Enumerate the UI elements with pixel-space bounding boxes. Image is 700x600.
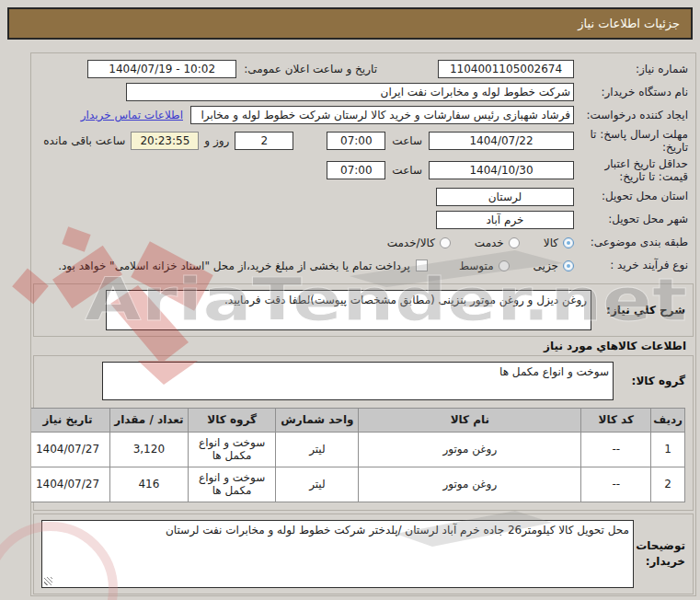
tender-details-page: جزئیات اطلاعات نیاز شماره نیاز: 11040011… xyxy=(0,0,700,600)
cell-name: روغن موتور xyxy=(359,432,581,467)
buyer-org-field[interactable]: شرکت خطوط لوله و مخابرات نفت ایران xyxy=(126,83,574,101)
radio-medium[interactable] xyxy=(499,260,510,271)
cell-date: 1404/07/27 xyxy=(30,467,109,502)
description-label: شرح کلي نیاز: xyxy=(591,304,685,317)
days-remaining-field: 2 xyxy=(235,132,293,150)
deadline-time-field[interactable]: 07:00 xyxy=(327,132,385,150)
province-field[interactable]: لرستان xyxy=(436,188,574,206)
radio-goods-label: کالا xyxy=(544,237,558,249)
buyer-notes-label: توضیحات خریدار: xyxy=(634,538,685,568)
creator-label: ایجاد کننده درخواست: xyxy=(574,109,688,121)
general-info-section: شماره نیاز: 1104001105002674 تاریخ و ساع… xyxy=(31,53,695,281)
cell-unit: لیتر xyxy=(276,467,359,502)
goods-section: گروه کالا: سوخت و انواع مکمل ها ردیف کد … xyxy=(33,355,694,511)
classification-label: طبقه بندی موضوعی: xyxy=(574,236,688,248)
goods-group-label: گروه کالا: xyxy=(614,375,685,387)
row-city: شهر محل تحویل: خرم آباد xyxy=(35,210,688,230)
buyer-notes-text: محل تحویل کالا کیلومتر26 جاده خرم آباد ل… xyxy=(46,523,629,537)
row-classification: طبقه بندی موضوعی: کالا خدمت کالا/خدمت xyxy=(35,233,688,253)
buyer-notes-section: توضیحات خریدار: محل تحویل کالا کیلومتر26… xyxy=(33,513,694,594)
buyer-notes-textarea[interactable]: محل تحویل کالا کیلومتر26 جاده خرم آباد ل… xyxy=(41,520,634,588)
row-goods-group: گروه کالا: سوخت و انواع مکمل ها xyxy=(41,362,685,400)
col-date: تاریخ نیاز xyxy=(30,408,109,432)
row-creator: ایجاد کننده درخواست: فرشاد شهبازی رئیس س… xyxy=(35,105,688,125)
description-section: شرح کلي نیاز: روغن دیزل و روغن موتور بنز… xyxy=(33,283,694,337)
cell-code: -- xyxy=(581,467,651,502)
goods-section-heading: اطلاعات کالاهاي مورد نیاز xyxy=(40,340,686,352)
details-panel: شماره نیاز: 1104001105002674 تاریخ و ساع… xyxy=(30,52,696,596)
countdown-timer: 20:23:55 xyxy=(131,132,199,150)
page-title: جزئیات اطلاعات نیاز xyxy=(7,7,693,40)
deadline-date-field[interactable]: 1404/07/22 xyxy=(429,132,574,150)
remaining-label: ساعت باقی مانده xyxy=(43,134,125,147)
row-price-validity: حداقل تاریخ اعتبار قیمت: تا تاریخ: 1404/… xyxy=(35,157,688,184)
radio-medium-label: متوسط xyxy=(459,260,494,272)
radio-goods-service[interactable] xyxy=(440,237,451,248)
treasury-checkbox[interactable] xyxy=(416,260,428,271)
col-group: گروه کالا xyxy=(188,408,276,432)
cell-code: -- xyxy=(581,432,651,467)
radio-service-label: خدمت xyxy=(475,237,504,249)
cell-group: سوخت و انواع مکمل ها xyxy=(188,467,276,502)
radio-goods[interactable] xyxy=(563,237,574,248)
creator-field[interactable]: فرشاد شهبازی رئیس سفارشات و خرید کالا لر… xyxy=(190,106,574,124)
row-buyer-org: نام دستگاه خریدار: شرکت خطوط لوله و مخاب… xyxy=(35,82,688,102)
cell-row: 2 xyxy=(651,467,685,502)
cell-unit: لیتر xyxy=(276,432,359,467)
resize-grip[interactable] xyxy=(44,577,52,585)
buyer-org-label: نام دستگاه خریدار: xyxy=(574,86,688,98)
radio-service[interactable] xyxy=(509,237,520,248)
goods-group-textarea[interactable]: سوخت و انواع مکمل ها xyxy=(102,362,614,400)
announce-datetime-field[interactable]: 1404/07/19 - 10:02 xyxy=(87,60,236,78)
province-label: استان محل تحویل: xyxy=(574,190,688,202)
description-textarea[interactable]: روغن دیزل و روغن موتور بنزینی (مطابق مشخ… xyxy=(106,290,591,330)
col-unit: واحد شمارش xyxy=(276,408,359,432)
col-code: کد کالا xyxy=(581,408,651,432)
cell-row: 1 xyxy=(651,432,685,467)
days-label: روز و xyxy=(204,134,229,147)
radio-partial-label: جزیی xyxy=(534,260,558,272)
cell-name: روغن موتور xyxy=(359,467,581,502)
announce-label: تاریخ و ساعت اعلان عمومی: xyxy=(244,63,377,75)
col-name: نام کالا xyxy=(359,408,581,432)
row-province: استان محل تحویل: لرستان xyxy=(35,187,688,207)
need-number-label: شماره نیاز: xyxy=(574,63,688,75)
city-label: شهر محل تحویل: xyxy=(574,213,688,225)
deadline-label: مهلت ارسال پاسخ: تا تاریخ: xyxy=(574,128,688,155)
validity-label: حداقل تاریخ اعتبار قیمت: تا تاریخ: xyxy=(574,157,688,184)
cell-date: 1404/07/27 xyxy=(30,432,109,467)
treasury-note: پرداخت تمام یا بخشی از مبلغ خرید،از محل … xyxy=(58,260,410,272)
row-process-type: نوع فرآیند خرید : جزیی متوسط پرداخت تمام… xyxy=(35,256,688,276)
goods-table-header-row: ردیف کد کالا نام کالا واحد شمارش گروه کا… xyxy=(30,408,685,432)
table-row: 1 -- روغن موتور لیتر سوخت و انواع مکمل ه… xyxy=(30,432,685,467)
row-deadline: مهلت ارسال پاسخ: تا تاریخ: 1404/07/22 سا… xyxy=(35,128,688,155)
validity-hour-label: ساعت xyxy=(392,164,422,177)
row-need-number: شماره نیاز: 1104001105002674 تاریخ و ساع… xyxy=(35,59,688,79)
validity-date-field[interactable]: 1404/10/30 xyxy=(429,161,574,179)
buyer-contact-link[interactable]: اطلاعات تماس خریدار xyxy=(81,109,183,121)
radio-partial[interactable] xyxy=(563,260,574,271)
cell-group: سوخت و انواع مکمل ها xyxy=(188,432,276,467)
deadline-hour-label: ساعت xyxy=(392,134,422,147)
cell-qty: 416 xyxy=(109,467,188,502)
goods-table: ردیف کد کالا نام کالا واحد شمارش گروه کا… xyxy=(30,408,685,502)
process-label: نوع فرآیند خرید : xyxy=(574,259,688,271)
city-field[interactable]: خرم آباد xyxy=(436,211,574,229)
cell-qty: 3,120 xyxy=(109,432,188,467)
table-row: 2 -- روغن موتور لیتر سوخت و انواع مکمل ه… xyxy=(30,467,685,502)
validity-time-field[interactable]: 07:00 xyxy=(327,161,385,179)
col-row: ردیف xyxy=(651,408,685,432)
need-number-field[interactable]: 1104001105002674 xyxy=(438,60,574,78)
col-qty: تعداد / مقدار xyxy=(109,408,188,432)
radio-goods-service-label: کالا/خدمت xyxy=(387,237,435,249)
